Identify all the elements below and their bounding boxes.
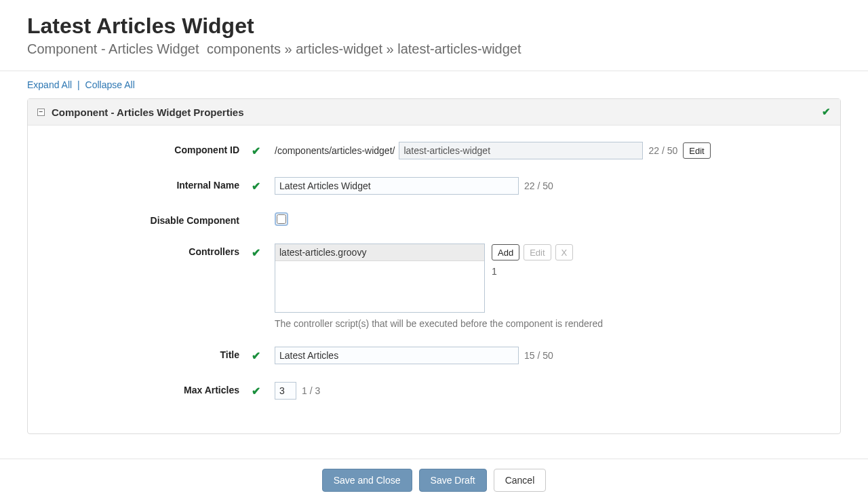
properties-panel: − Component - Articles Widget Properties… bbox=[27, 98, 841, 434]
label-title: Title bbox=[41, 347, 252, 360]
edit-component-id-button[interactable]: Edit bbox=[683, 142, 710, 159]
internal-name-counter: 22 / 50 bbox=[519, 177, 559, 195]
row-internal-name: Internal Name 22 / 50 bbox=[41, 177, 827, 195]
row-title: Title 15 / 50 bbox=[41, 347, 827, 364]
check-icon bbox=[252, 385, 260, 397]
row-controllers: Controllers latest-articles.groovy Add E… bbox=[41, 244, 827, 329]
check-icon bbox=[252, 247, 260, 258]
disable-component-checkbox[interactable] bbox=[277, 214, 286, 224]
check-icon bbox=[252, 145, 260, 157]
breadcrumb: components » articles-widget » latest-ar… bbox=[207, 41, 521, 56]
label-component-id: Component ID bbox=[41, 142, 252, 155]
component-type: Component - Articles Widget bbox=[27, 41, 199, 56]
collapse-all-link[interactable]: Collapse All bbox=[85, 79, 135, 90]
label-controllers: Controllers bbox=[41, 244, 252, 257]
component-id-counter: 22 / 50 bbox=[643, 142, 683, 159]
disable-component-checkbox-wrap bbox=[275, 212, 288, 226]
panel-title: Component - Articles Widget Properties bbox=[52, 106, 244, 118]
list-item[interactable]: latest-articles.groovy bbox=[275, 244, 484, 261]
check-icon bbox=[252, 180, 260, 192]
title-input[interactable] bbox=[275, 347, 519, 364]
component-id-input[interactable] bbox=[399, 142, 643, 159]
title-counter: 15 / 50 bbox=[519, 347, 559, 364]
page-header: Latest Articles Widget Component - Artic… bbox=[0, 0, 868, 71]
controllers-help: The controller script(s) that will be ex… bbox=[275, 318, 827, 329]
controllers-count: 1 bbox=[492, 266, 573, 277]
max-articles-input[interactable] bbox=[275, 382, 296, 400]
check-icon bbox=[822, 106, 831, 118]
footer-actions: Save and Close Save Draft Cancel bbox=[0, 459, 868, 461]
label-max-articles: Max Articles bbox=[41, 382, 252, 395]
panel-body: Component ID /components/articles-widget… bbox=[28, 125, 840, 433]
controllers-edit-button[interactable]: Edit bbox=[524, 244, 551, 260]
row-component-id: Component ID /components/articles-widget… bbox=[41, 142, 827, 159]
page-title: Latest Articles Widget bbox=[27, 14, 841, 39]
collapse-icon[interactable]: − bbox=[37, 109, 45, 116]
controllers-add-button[interactable]: Add bbox=[492, 244, 519, 260]
expand-collapse-toolbar: Expand All | Collapse All bbox=[0, 71, 868, 98]
row-max-articles: Max Articles 1 / 3 bbox=[41, 382, 827, 400]
label-internal-name: Internal Name bbox=[41, 177, 252, 191]
separator: | bbox=[75, 79, 83, 90]
row-disable-component: Disable Component bbox=[41, 212, 827, 226]
max-articles-counter: 1 / 3 bbox=[296, 382, 326, 400]
label-disable-component: Disable Component bbox=[41, 212, 252, 226]
controllers-delete-button[interactable]: X bbox=[555, 244, 574, 260]
controllers-listbox[interactable]: latest-articles.groovy bbox=[275, 244, 485, 313]
internal-name-input[interactable] bbox=[275, 177, 519, 195]
check-icon bbox=[252, 350, 260, 362]
component-id-prefix: /components/articles-widget/ bbox=[275, 142, 399, 156]
expand-all-link[interactable]: Expand All bbox=[27, 79, 72, 90]
panel-header[interactable]: − Component - Articles Widget Properties bbox=[28, 99, 840, 125]
page-subtitle: Component - Articles Widget components »… bbox=[27, 41, 841, 57]
